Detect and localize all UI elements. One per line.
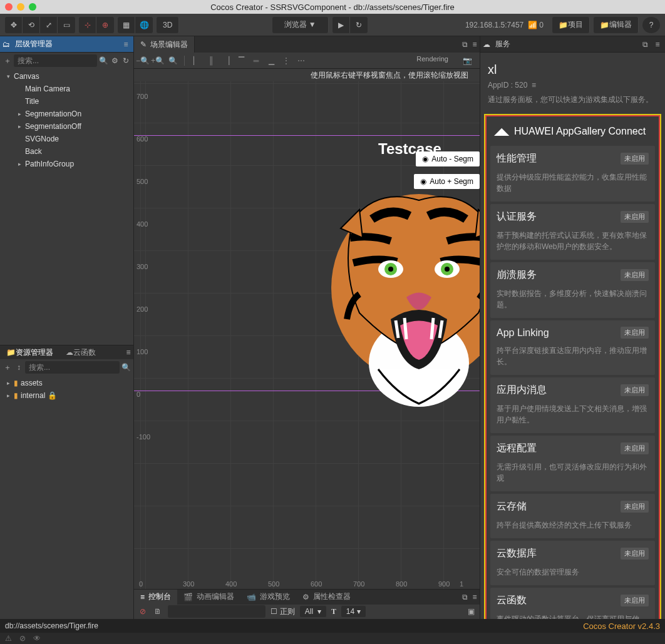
dist-h-icon[interactable]: ⋮ bbox=[280, 54, 292, 67]
editor-button[interactable]: 📁 编辑器 bbox=[594, 17, 639, 33]
console-clear-button[interactable]: ⊘ bbox=[138, 606, 148, 616]
panel-menu-icon[interactable]: ≡ bbox=[652, 39, 662, 49]
local-toggle-button[interactable]: ⊕ bbox=[96, 17, 114, 33]
dist-v-icon[interactable]: ⋯ bbox=[295, 54, 307, 67]
close-window-button[interactable] bbox=[5, 3, 13, 11]
popout-icon[interactable]: ⧉ bbox=[640, 39, 650, 49]
hierarchy-node[interactable]: Main Camera bbox=[0, 83, 133, 95]
console-open-log-button[interactable]: 🗎 bbox=[153, 606, 163, 616]
hierarchy-node[interactable]: ▸PathInfoGroup bbox=[0, 158, 133, 170]
status-error-icon[interactable]: ⊘ bbox=[19, 634, 26, 643]
tab-animation-editor[interactable]: 🎬 动画编辑器 bbox=[177, 590, 240, 605]
console-fontsize-select[interactable]: 14 ▾ bbox=[341, 606, 366, 617]
auto-minus-segment-button[interactable]: ◉ Auto - Segm bbox=[416, 151, 480, 166]
tab-scene-editor[interactable]: ✎ 场景编辑器 bbox=[134, 36, 195, 53]
hierarchy-filter-icon[interactable]: ⚙ bbox=[110, 56, 120, 66]
service-card[interactable]: 应用内消息未启用基于用户使用情境发送上下文相关消息，增强用户黏性。 bbox=[490, 377, 655, 433]
console-regex-checkbox[interactable]: ☐ 正则 bbox=[271, 606, 294, 617]
play-button[interactable]: ▶ bbox=[332, 17, 350, 33]
service-card[interactable]: 云存储未启用跨平台提供高效经济的文件上传下载服务 bbox=[490, 494, 655, 538]
assets-node[interactable]: ▸▮assets bbox=[0, 377, 133, 389]
hierarchy-node[interactable]: Title bbox=[0, 95, 133, 108]
ruler-y-tick: 300 bbox=[137, 263, 148, 270]
hierarchy-title: 层级管理器 bbox=[13, 39, 118, 49]
zoom-out-icon[interactable]: −🔍 bbox=[137, 54, 149, 67]
align-bottom-icon[interactable]: ▁ bbox=[265, 54, 277, 67]
ruler-x-tick: 300 bbox=[183, 580, 194, 588]
service-card[interactable]: 崩溃服务未启用实时数据报告，多维度分析，快速解决崩溃问题。 bbox=[490, 262, 655, 318]
service-card[interactable]: 云数据库未启用安全可信的数据管理服务 bbox=[490, 541, 655, 585]
hierarchy-add-button[interactable]: ＋ bbox=[3, 56, 13, 66]
tab-console[interactable]: ≡ 控制台 bbox=[134, 590, 177, 605]
align-left-icon[interactable]: ▏ bbox=[190, 54, 202, 67]
tab-assets[interactable]: 📁 资源管理器 bbox=[0, 345, 59, 359]
hierarchy-search-input[interactable]: 搜索... bbox=[14, 54, 97, 67]
ruler-x-tick: 0 bbox=[139, 580, 143, 588]
minimize-window-button[interactable] bbox=[17, 3, 24, 11]
3d-toggle-button[interactable]: 3D bbox=[157, 17, 179, 33]
rect-tool-button[interactable]: ▭ bbox=[58, 17, 75, 33]
console-filter-input[interactable] bbox=[168, 605, 265, 618]
panel-menu-icon[interactable]: ≡ bbox=[470, 592, 480, 602]
hierarchy-refresh-icon[interactable]: ↻ bbox=[121, 56, 131, 66]
hierarchy-node[interactable]: ▸SegmentationOn bbox=[0, 108, 133, 120]
assets-search-input[interactable]: 搜索... bbox=[25, 361, 120, 374]
preview-platform-select[interactable]: 浏览器 ▼ bbox=[272, 17, 329, 33]
tab-inspector[interactable]: ⚙ 属性检查器 bbox=[296, 590, 357, 605]
scene-hint: 使用鼠标右键平移视窗焦点，使用滚轮缩放视图 bbox=[311, 69, 475, 81]
align-button[interactable]: ▦ bbox=[118, 17, 135, 33]
scale-tool-button[interactable]: ⤢ bbox=[40, 17, 58, 33]
panel-menu-icon[interactable]: ≡ bbox=[470, 39, 480, 49]
scene-canvas[interactable]: 7006005004003002001000-100 0300400500600… bbox=[134, 81, 480, 589]
assets-node[interactable]: ▸▮internal 🔒 bbox=[0, 389, 133, 402]
assets-add-button[interactable]: ＋ bbox=[3, 362, 13, 372]
hierarchy-node[interactable]: SVGNode bbox=[0, 133, 133, 145]
service-status-badge: 未启用 bbox=[621, 327, 649, 339]
service-card[interactable]: 认证服务未启用基于预构建的托管式认证系统，更有效率地保护您的移动和Web用户的数… bbox=[490, 204, 655, 260]
service-status-badge: 未启用 bbox=[621, 548, 649, 560]
anchor-toggle-button[interactable]: ⊹ bbox=[79, 17, 96, 33]
status-view-icon[interactable]: 👁 bbox=[33, 634, 41, 643]
rotate-tool-button[interactable]: ⟲ bbox=[23, 17, 40, 33]
align-right-icon[interactable]: ▕ bbox=[220, 54, 232, 67]
console-collapse-button[interactable]: ▣ bbox=[466, 606, 476, 616]
status-warning-icon[interactable]: ⚠ bbox=[5, 634, 12, 643]
service-card[interactable]: 云函数未启用事件驱动的函数计算平台，保证高可用与伸缩，让您便捷运行代码而无需管理… bbox=[490, 588, 655, 619]
align-middle-icon[interactable]: ═ bbox=[250, 54, 262, 67]
preview-ip: 192.168.1.5:7457 📶 0 bbox=[465, 21, 544, 29]
service-card[interactable]: 性能管理未启用提供分钟级应用性能监控能力，收集应用性能数据 bbox=[490, 146, 655, 202]
zoom-in-icon[interactable]: +🔍 bbox=[152, 54, 164, 67]
camera-icon[interactable]: 📷 bbox=[461, 54, 473, 67]
assets-sort-button[interactable]: ↕ bbox=[14, 362, 24, 372]
panel-menu-icon[interactable]: ≡ bbox=[123, 347, 133, 357]
reload-button[interactable]: ↻ bbox=[350, 17, 368, 33]
service-status-badge: 未启用 bbox=[621, 384, 649, 396]
tab-game-preview[interactable]: 📹 游戏预览 bbox=[240, 590, 296, 605]
assets-search-icon[interactable]: 🔍 bbox=[121, 362, 131, 372]
services-section-header[interactable]: ◢◣ HUAWEI AppGallery Connect bbox=[489, 119, 656, 143]
panel-menu-icon[interactable]: ≡ bbox=[121, 39, 131, 49]
hierarchy-node[interactable]: ▸SegmentationOff bbox=[0, 120, 133, 133]
service-app-id: AppID : 520 ≡ bbox=[488, 81, 657, 89]
hierarchy-node[interactable]: ▾Canvas bbox=[0, 70, 133, 83]
hierarchy-node[interactable]: Back bbox=[0, 145, 133, 158]
popout-icon[interactable]: ⧉ bbox=[460, 592, 470, 602]
project-button[interactable]: 📁 项目 bbox=[552, 17, 590, 33]
hierarchy-search-icon[interactable]: 🔍 bbox=[98, 56, 108, 66]
move-tool-button[interactable]: ✥ bbox=[5, 17, 23, 33]
ruler-x-tick: 600 bbox=[311, 580, 322, 588]
align-top-icon[interactable]: ▔ bbox=[235, 54, 247, 67]
service-status-badge: 未启用 bbox=[621, 501, 649, 513]
service-card[interactable]: App Linking未启用跨平台深度链接直达应用内内容，推动应用增长。 bbox=[490, 320, 655, 375]
service-card[interactable]: 远程配置未启用无需升级引用，也可灵活修改应用的行为和外观 bbox=[490, 436, 655, 491]
tab-cloud-functions[interactable]: ☁ 云函数 bbox=[59, 345, 102, 359]
hierarchy-icon: 🗂 bbox=[3, 40, 10, 49]
world-button[interactable]: 🌐 bbox=[135, 17, 153, 33]
main-toolbar: ✥ ⟲ ⤢ ▭ ⊹ ⊕ ▦ 🌐 3D 浏览器 ▼ ▶ ↻ 192.168.1.5… bbox=[0, 14, 665, 36]
align-center-icon[interactable]: ║ bbox=[205, 54, 217, 67]
help-button[interactable]: ? bbox=[642, 17, 660, 33]
zoom-fit-icon[interactable]: 🔍 bbox=[167, 54, 179, 67]
maximize-window-button[interactable] bbox=[29, 3, 36, 11]
console-level-select[interactable]: All ▾ bbox=[300, 606, 326, 617]
popout-icon[interactable]: ⧉ bbox=[460, 39, 470, 49]
